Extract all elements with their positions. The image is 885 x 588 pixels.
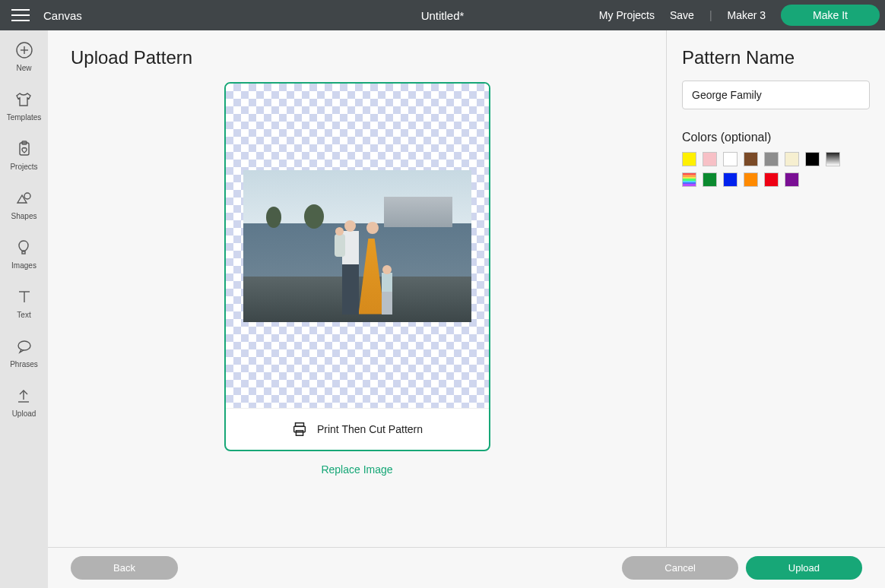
sidebar-item-text[interactable]: Text (15, 288, 33, 319)
plus-circle-icon (15, 41, 33, 59)
sidebar-item-label: Upload (12, 409, 36, 418)
color-swatch[interactable] (723, 152, 738, 166)
color-swatch[interactable] (703, 172, 717, 187)
pattern-name-input[interactable] (682, 81, 870, 109)
upload-panel: Upload Pattern (48, 30, 667, 547)
pattern-preview-card[interactable]: Print Then Cut Pattern (224, 82, 490, 451)
sidebar-item-label: Projects (10, 163, 37, 171)
color-swatch[interactable] (682, 152, 696, 166)
text-icon (15, 288, 33, 306)
main-area: Upload Pattern (48, 30, 885, 588)
card-footer-label: Print Then Cut Pattern (317, 423, 423, 435)
make-it-button[interactable]: Make It (781, 5, 880, 26)
my-projects-link[interactable]: My Projects (599, 9, 655, 21)
sidebar-item-label: Images (11, 261, 36, 270)
svg-point-9 (18, 341, 30, 350)
sidebar-item-label: Shapes (11, 212, 37, 220)
printer-icon (291, 421, 308, 438)
sidebar: New Templates Projects Shapes Images Tex… (0, 30, 48, 588)
color-swatch[interactable] (805, 152, 820, 166)
speech-bubble-icon (15, 337, 33, 356)
upload-button[interactable]: Upload (746, 556, 862, 580)
sidebar-item-templates[interactable]: Templates (7, 90, 42, 122)
color-swatch[interactable] (785, 152, 799, 166)
color-swatch[interactable] (723, 172, 738, 187)
shirt-icon (14, 90, 33, 109)
svg-rect-6 (22, 251, 25, 254)
color-swatch[interactable] (764, 152, 779, 166)
sidebar-item-label: Templates (7, 113, 42, 122)
back-button[interactable]: Back (71, 556, 178, 580)
color-swatch[interactable] (764, 172, 779, 187)
menu-icon[interactable] (11, 6, 30, 24)
divider: | (709, 9, 712, 21)
footer-bar: Back Cancel Upload (48, 547, 885, 588)
sidebar-item-shapes[interactable]: Shapes (11, 189, 37, 220)
upload-icon (14, 387, 33, 405)
hot-air-balloon-icon (14, 239, 33, 257)
color-swatch[interactable] (744, 172, 758, 187)
sidebar-item-new[interactable]: New (15, 41, 33, 72)
shapes-icon (14, 189, 33, 207)
color-swatch[interactable] (744, 152, 758, 166)
pattern-name-title: Pattern Name (682, 47, 870, 68)
replace-image-link[interactable]: Replace Image (71, 463, 643, 476)
color-swatch[interactable] (826, 152, 840, 166)
sidebar-item-phrases[interactable]: Phrases (10, 337, 38, 368)
page-title: Upload Pattern (71, 47, 643, 68)
pattern-name-panel: Pattern Name Colors (optional) (667, 30, 885, 547)
svg-point-5 (24, 193, 30, 199)
color-swatch[interactable] (703, 152, 717, 166)
transparency-background (226, 84, 489, 408)
sidebar-item-label: New (16, 64, 31, 72)
card-footer: Print Then Cut Pattern (226, 408, 489, 450)
colors-title: Colors (optional) (682, 131, 870, 144)
sidebar-item-label: Text (17, 311, 30, 319)
clipboard-icon (15, 140, 33, 158)
sidebar-item-upload[interactable]: Upload (12, 387, 36, 418)
color-swatch[interactable] (785, 172, 799, 187)
machine-label[interactable]: Maker 3 (728, 9, 766, 21)
sidebar-item-projects[interactable]: Projects (10, 140, 37, 171)
cancel-button[interactable]: Cancel (622, 556, 738, 580)
save-link[interactable]: Save (670, 9, 694, 21)
sidebar-item-label: Phrases (10, 360, 38, 368)
app-title: Canvas (43, 9, 82, 22)
topbar: Canvas Untitled* My Projects Save | Make… (0, 0, 885, 30)
uploaded-image-preview (243, 170, 471, 322)
color-swatch-grid (682, 152, 845, 187)
svg-rect-14 (296, 431, 303, 435)
project-title: Untitled* (421, 9, 465, 22)
color-swatch[interactable] (682, 172, 696, 187)
sidebar-item-images[interactable]: Images (11, 239, 36, 270)
